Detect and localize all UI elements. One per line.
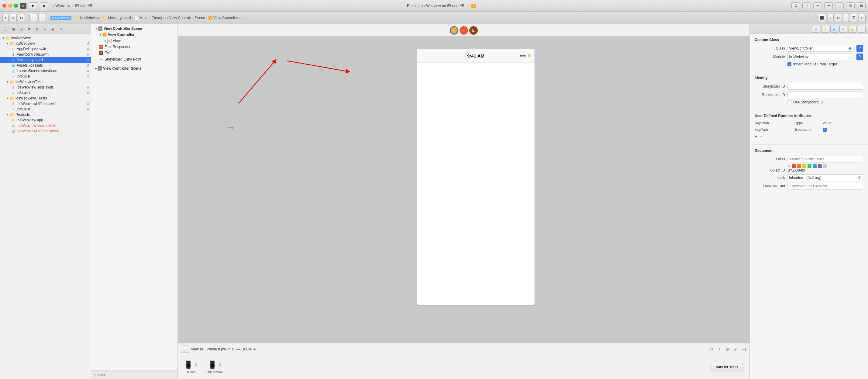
- color-swatch-purple[interactable]: [818, 164, 822, 168]
- file-item-tests-swift[interactable]: S iosWebviewTests.swift A: [0, 85, 91, 90]
- toolbar-add-button[interactable]: ☰: [850, 14, 857, 22]
- breadcrumb-folder-name[interactable]: iosWebview: [80, 16, 99, 20]
- zoom-plus[interactable]: +: [253, 347, 256, 352]
- canvas-update-icon[interactable]: ↻: [708, 346, 715, 353]
- canvas-layout-icon[interactable]: ⊞: [724, 346, 731, 353]
- file-item-infoplist[interactable]: ≡ Info.plist A: [0, 74, 91, 79]
- inspector-tab-5[interactable]: 📐: [848, 26, 857, 33]
- file-arrow-uitests[interactable]: ▼: [5, 96, 10, 100]
- color-swatch-orange[interactable]: [797, 164, 801, 168]
- toolbar-view-button[interactable]: ↩: [859, 14, 866, 22]
- file-arrow-ioswebview[interactable]: ▼: [5, 41, 10, 46]
- close-button[interactable]: [2, 4, 6, 8]
- exit-object-icon[interactable]: E: [469, 26, 478, 35]
- color-swatch-red[interactable]: [792, 164, 796, 168]
- remove-attr-button[interactable]: –: [760, 134, 763, 139]
- storyboard-id-input[interactable]: [787, 83, 863, 90]
- canvas-constrain-icon[interactable]: ⊟: [732, 346, 739, 353]
- outline-item-vc-scene-1[interactable]: ▼ ⊙ View Controller Scene: [91, 26, 178, 32]
- toolbar-related-button[interactable]: ⊡: [18, 14, 25, 22]
- canvas-download-icon[interactable]: ↓: [716, 346, 723, 353]
- file-item-assets[interactable]: ⊞ Assets.xcassets M: [0, 63, 91, 68]
- file-item-app[interactable]: ⚙ iosWebview.app: [0, 117, 91, 123]
- vary-for-traits-button[interactable]: Vary for Traits: [711, 363, 743, 371]
- nav-icon-3[interactable]: ⊡: [18, 26, 24, 32]
- nav-icon-6[interactable]: ↩: [42, 26, 48, 32]
- outline-item-view-1[interactable]: ▶ □ View: [91, 38, 178, 44]
- color-swatch-blue[interactable]: [813, 164, 817, 168]
- breadcrumb-app[interactable]: iosWebview: [51, 16, 71, 20]
- attr-value-checkbox[interactable]: ✓: [823, 128, 827, 132]
- lock-dropdown[interactable]: Inherited - (Nothing) ⊕: [787, 174, 863, 181]
- localizer-hint-input[interactable]: [787, 183, 863, 190]
- file-item-xctest[interactable]: ◫ iosWebviewTests.xctest: [0, 123, 91, 128]
- file-arrow-tests[interactable]: ▼: [5, 80, 10, 84]
- nav-icon-7[interactable]: ◎: [50, 26, 56, 32]
- inspector-tab-6[interactable]: ☰: [858, 26, 866, 33]
- nav-icon-5[interactable]: ⊕: [34, 26, 40, 32]
- breadcrumb-arrow-right[interactable]: ›: [245, 16, 246, 20]
- add-attr-button[interactable]: +: [755, 134, 757, 139]
- toolbar-inspector-button[interactable]: ⊟: [835, 14, 842, 22]
- toolbar-help-button[interactable]: ?: [827, 14, 833, 22]
- layout-1-button[interactable]: ⬜: [835, 2, 844, 9]
- type-stepper[interactable]: ▲ ▼: [810, 127, 812, 132]
- inspector-tab-1[interactable]: ◻: [812, 26, 820, 33]
- layout-2-button[interactable]: ◫: [846, 2, 855, 9]
- file-item-root[interactable]: ▼ 📁 iosWebview: [0, 35, 91, 41]
- canvas-pin-icon[interactable]: |↔|: [740, 346, 746, 353]
- nav-icon-1[interactable]: ☰: [2, 26, 8, 32]
- class-help-button[interactable]: ?: [857, 45, 863, 52]
- file-item-uitests-plist[interactable]: ≡ Info.plist A: [0, 107, 91, 112]
- vc-object-icon[interactable]: V: [450, 26, 458, 35]
- build-button[interactable]: ▶: [29, 2, 37, 9]
- toolbar-forward-button[interactable]: →: [38, 14, 46, 22]
- right-panel-button[interactable]: ↪: [824, 2, 833, 9]
- layout-panel-button[interactable]: ⊟: [181, 346, 189, 353]
- device-stepper[interactable]: ▲ ▼: [195, 362, 197, 368]
- inherit-module-checkbox[interactable]: ✓: [787, 62, 792, 66]
- use-storyboard-checkbox[interactable]: [787, 100, 792, 104]
- file-item-appdelegate[interactable]: S AppDelegate.swift A: [0, 46, 91, 52]
- outline-item-vc-scene-2[interactable]: ▶ ⊙ View Controller Scene: [91, 65, 178, 71]
- file-item-uitests-swift[interactable]: S iosWebviewUITests.swift A: [0, 101, 91, 107]
- module-dropdown[interactable]: iosWebview ⊕: [787, 54, 854, 60]
- toolbar-back-button[interactable]: ←: [29, 14, 37, 22]
- toolbar-print-button[interactable]: ⬛: [817, 14, 826, 22]
- breadcrumb-scene-name[interactable]: View Controller Scene: [169, 16, 205, 20]
- breadcrumb-arrow-left[interactable]: ‹: [239, 16, 240, 20]
- toolbar-nav-button[interactable]: ≡: [2, 14, 8, 22]
- canvas-scroll[interactable]: → 9:41 AM ●●● 🔋: [178, 36, 749, 343]
- file-item-viewcontroller[interactable]: S ViewController.swift A: [0, 52, 91, 57]
- zoom-minus[interactable]: —: [236, 347, 240, 352]
- inspector-tab-2[interactable]: ⚡: [821, 26, 829, 33]
- toolbar-jump-button[interactable]: ⊞: [10, 14, 17, 22]
- inspector-tab-4[interactable]: ≡: [839, 26, 847, 33]
- file-item-tests-plist[interactable]: ≡ Info.plist A: [0, 90, 91, 95]
- inspector-tab-3[interactable]: ↔: [830, 26, 838, 33]
- orientation-stepper[interactable]: ▲ ▼: [219, 362, 221, 368]
- contacts-button[interactable]: ⊡: [792, 2, 800, 9]
- breadcrumb-storyboard-name[interactable]: Main....yboard: [108, 16, 131, 20]
- color-swatch-grey[interactable]: [823, 164, 827, 168]
- outline-item-exit[interactable]: E Exit: [91, 50, 178, 56]
- help-button[interactable]: ?: [802, 2, 811, 9]
- stop-button[interactable]: ■: [40, 2, 48, 9]
- nav-icon-2[interactable]: ⊞: [10, 26, 17, 32]
- color-swatch-yellow[interactable]: [802, 164, 806, 168]
- file-item-tests-group[interactable]: ▼ 📁 iosWebviewTests: [0, 79, 91, 85]
- class-dropdown[interactable]: ViewController ⊕: [787, 45, 854, 52]
- file-item-ioswebview-group[interactable]: ▼ 📁 iosWebview M: [0, 41, 91, 46]
- outline-item-first-responder[interactable]: F First Responder: [91, 44, 178, 50]
- outline-item-entry-point[interactable]: → Storyboard Entry Point: [91, 56, 178, 63]
- toolbar-share2-button[interactable]: ↓: [843, 14, 849, 22]
- restoration-id-input[interactable]: [787, 92, 863, 98]
- fullscreen-button[interactable]: [14, 4, 18, 8]
- file-item-xcuitest[interactable]: ◫ iosWebviewUITests.xctest: [0, 128, 91, 134]
- nav-icon-4[interactable]: ⚑: [26, 26, 32, 32]
- file-item-uitests-group[interactable]: ▼ 📁 iosWebviewUITests: [0, 95, 91, 101]
- color-swatch-green[interactable]: [808, 164, 811, 168]
- file-item-mainstoryboard[interactable]: ◫ Main.storyboard –: [0, 57, 91, 63]
- file-item-launchscreen[interactable]: ◫ LaunchScreen.storyboard A: [0, 68, 91, 74]
- layout-3-button[interactable]: ⊡: [857, 2, 866, 9]
